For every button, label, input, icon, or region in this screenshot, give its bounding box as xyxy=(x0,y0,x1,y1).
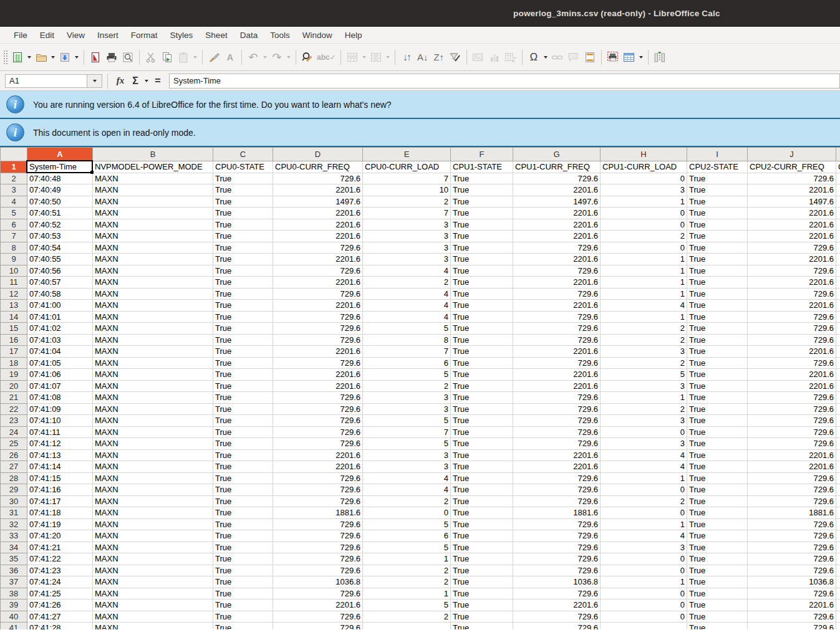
cell[interactable]: 1 xyxy=(601,265,687,277)
cell[interactable]: 0 xyxy=(601,611,687,623)
cell[interactable]: 5 xyxy=(363,438,451,450)
cell[interactable]: 729.6 xyxy=(273,323,363,335)
row-header-30[interactable]: 30 xyxy=(1,495,27,507)
row-header-19[interactable]: 19 xyxy=(1,369,27,381)
cell[interactable]: 5 xyxy=(363,542,451,553)
menu-data[interactable]: Data xyxy=(234,28,264,42)
cell[interactable] xyxy=(836,254,840,265)
cell[interactable]: 1497.6 xyxy=(748,196,836,208)
row-header-2[interactable]: 2 xyxy=(1,173,27,184)
cell[interactable]: True xyxy=(451,369,513,381)
cell[interactable]: 729.6 xyxy=(748,495,836,507)
cell[interactable]: 2201.6 xyxy=(748,300,836,312)
cell[interactable]: True xyxy=(213,611,273,623)
cell[interactable]: MAXN xyxy=(93,542,213,553)
cell[interactable]: 1 xyxy=(601,288,687,300)
column-button[interactable] xyxy=(368,49,384,66)
cell[interactable]: 2 xyxy=(601,231,687,242)
cell[interactable]: 5 xyxy=(363,415,451,427)
cell[interactable]: 729.6 xyxy=(273,472,363,484)
cell[interactable]: 07:40:55 xyxy=(27,254,93,265)
cell[interactable] xyxy=(836,588,840,599)
cell[interactable]: 2201.6 xyxy=(513,369,601,381)
column-header-B[interactable]: B xyxy=(93,148,213,161)
row-header-14[interactable]: 14 xyxy=(1,311,27,323)
cell[interactable]: 1881.6 xyxy=(273,507,363,519)
cell[interactable]: MAXN xyxy=(93,311,213,323)
cell[interactable]: True xyxy=(213,300,273,312)
cell[interactable]: MAXN xyxy=(93,588,213,599)
cell[interactable]: True xyxy=(687,300,748,312)
cell[interactable]: True xyxy=(687,403,748,415)
cell[interactable]: True xyxy=(451,576,513,588)
cell[interactable]: 8 xyxy=(363,334,451,346)
cell[interactable] xyxy=(836,576,840,588)
row-header-10[interactable]: 10 xyxy=(1,265,27,277)
cell[interactable]: 07:40:52 xyxy=(27,219,93,231)
freeze-rows-columns-button[interactable] xyxy=(621,49,637,66)
cell[interactable]: True xyxy=(451,484,513,496)
row-header-17[interactable]: 17 xyxy=(1,346,27,358)
cell[interactable]: True xyxy=(451,173,513,184)
cell[interactable]: True xyxy=(213,380,273,392)
cell[interactable]: True xyxy=(451,254,513,265)
cell[interactable]: True xyxy=(687,484,748,496)
cell[interactable]: 0 xyxy=(363,507,451,519)
cell[interactable]: 729.6 xyxy=(273,553,363,565)
cell[interactable]: 729.6 xyxy=(748,392,836,404)
spelling-button[interactable]: abc✓ xyxy=(316,49,337,66)
cell[interactable]: 1 xyxy=(601,311,687,323)
cell[interactable]: 729.6 xyxy=(513,288,601,300)
cell[interactable]: 729.6 xyxy=(513,173,601,184)
find-replace-button[interactable] xyxy=(299,49,316,66)
cell[interactable]: True xyxy=(687,415,748,427)
headers-and-footers-button[interactable] xyxy=(582,49,598,66)
cell[interactable]: 729.6 xyxy=(273,611,363,623)
cell[interactable]: 729.6 xyxy=(273,357,363,369)
cell[interactable]: 2201.6 xyxy=(513,599,601,611)
cell[interactable]: True xyxy=(451,219,513,231)
cell[interactable]: True xyxy=(213,599,273,611)
insert-image-button[interactable] xyxy=(470,49,486,66)
cell[interactable]: True xyxy=(213,242,273,254)
cell[interactable]: 729.6 xyxy=(748,518,836,530)
cell[interactable]: 729.6 xyxy=(748,242,836,254)
row-header-5[interactable]: 5 xyxy=(1,208,27,219)
cell[interactable]: MAXN xyxy=(93,599,213,611)
cell[interactable]: 7 xyxy=(363,426,451,438)
cell[interactable]: 07:41:23 xyxy=(27,565,93,576)
cell[interactable]: 729.6 xyxy=(748,623,836,630)
cell[interactable]: 2201.6 xyxy=(748,277,836,289)
cell[interactable]: 07:41:19 xyxy=(27,518,93,530)
cell[interactable]: True xyxy=(213,576,273,588)
insert-column-button[interactable] xyxy=(652,49,668,66)
cell[interactable]: True xyxy=(451,438,513,450)
cell[interactable]: 729.6 xyxy=(513,472,601,484)
cell[interactable]: 729.6 xyxy=(748,415,836,427)
print-preview-button[interactable] xyxy=(120,49,136,66)
row-header-15[interactable]: 15 xyxy=(1,323,27,335)
cell[interactable] xyxy=(836,530,840,542)
cell[interactable]: True xyxy=(451,553,513,565)
cell[interactable]: True xyxy=(213,311,273,323)
cell[interactable]: 7 xyxy=(363,173,451,184)
cell[interactable]: True xyxy=(213,254,273,265)
cell[interactable]: MAXN xyxy=(93,277,213,289)
cell[interactable]: 3 xyxy=(363,449,451,461)
column-header-J[interactable]: J xyxy=(748,148,836,161)
cell[interactable]: 07:41:10 xyxy=(27,415,93,427)
redo-button[interactable]: ↷ xyxy=(269,49,285,66)
cell[interactable] xyxy=(836,357,840,369)
cell[interactable]: 07:41:00 xyxy=(27,300,93,312)
cell[interactable]: 1881.6 xyxy=(513,507,601,519)
cell[interactable]: 2201.6 xyxy=(748,369,836,381)
cell[interactable]: 4 xyxy=(363,311,451,323)
cell[interactable]: 4 xyxy=(363,265,451,277)
cell[interactable]: 2201.6 xyxy=(513,254,601,265)
cell[interactable]: 729.6 xyxy=(273,565,363,576)
cell[interactable]: 0 xyxy=(601,242,687,254)
cell[interactable]: 729.6 xyxy=(513,484,601,496)
cell[interactable]: 07:41:16 xyxy=(27,484,93,496)
cell[interactable]: 3 xyxy=(601,415,687,427)
cell[interactable]: 2201.6 xyxy=(513,231,601,242)
